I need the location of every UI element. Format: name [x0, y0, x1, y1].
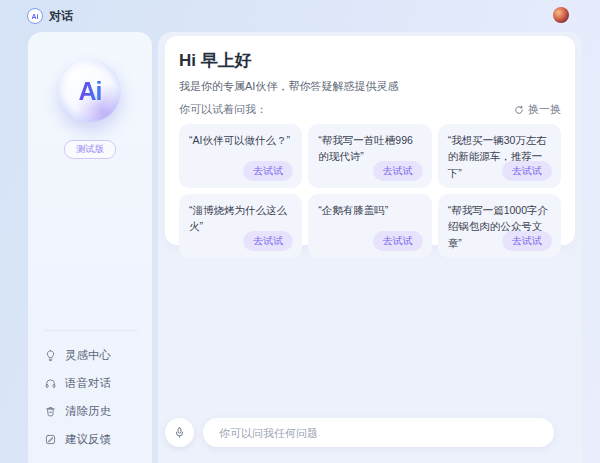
sidebar-item-label: 建议反馈: [65, 432, 111, 447]
user-avatar[interactable]: [553, 7, 569, 23]
try-button[interactable]: 去试试: [243, 231, 293, 251]
sidebar-item-feedback[interactable]: 建议反馈: [44, 425, 152, 453]
suggestion-card[interactable]: “淄博烧烤为什么这么火” 去试试: [179, 194, 302, 258]
microphone-icon: [173, 426, 186, 439]
input-row: [165, 418, 554, 447]
suggestion-text: “AI伙伴可以做什么？”: [189, 132, 292, 148]
try-button[interactable]: 去试试: [502, 231, 552, 251]
try-button[interactable]: 去试试: [243, 161, 293, 181]
suggestion-card[interactable]: “AI伙伴可以做什么？” 去试试: [179, 124, 302, 188]
suggestion-card[interactable]: “帮我写一首吐槽996的现代诗” 去试试: [308, 124, 431, 188]
trash-icon: [44, 405, 57, 418]
refresh-label: 换一换: [528, 102, 561, 117]
main-panel: Hi 早上好 我是你的专属AI伙伴，帮你答疑解惑提供灵感 你可以试着问我： 换一…: [158, 32, 582, 463]
refresh-icon: [514, 105, 524, 115]
suggestion-card[interactable]: “我想买一辆30万左右的新能源车，推荐一下” 去试试: [438, 124, 561, 188]
suggestion-grid: “AI伙伴可以做什么？” 去试试 “帮我写一首吐槽996的现代诗” 去试试 “我…: [179, 124, 561, 258]
mic-button[interactable]: [165, 418, 194, 447]
suggestion-card[interactable]: “帮我写一篇1000字介绍锅包肉的公众号文章” 去试试: [438, 194, 561, 258]
beta-badge: 测试版: [64, 140, 117, 159]
app-title: 对话: [49, 8, 73, 25]
suggestion-text: “帮我写一首吐槽996的现代诗”: [318, 132, 421, 165]
sidebar-divider: [44, 330, 138, 331]
feedback-icon: [44, 433, 57, 446]
ai-logo-text: Ai: [79, 77, 102, 106]
lightbulb-icon: [44, 349, 57, 362]
ai-logo-sphere: Ai: [59, 60, 121, 122]
sidebar-item-inspiration-center[interactable]: 灵感中心: [44, 341, 152, 369]
sidebar-item-label: 语音对话: [65, 376, 111, 391]
suggestions-hint: 你可以试着问我：: [179, 102, 267, 117]
suggestion-card[interactable]: “企鹅有膝盖吗” 去试试: [308, 194, 431, 258]
try-button[interactable]: 去试试: [373, 231, 423, 251]
greeting-title: Hi 早上好: [179, 49, 561, 72]
message-input[interactable]: [203, 418, 554, 447]
top-bar: Ai 对话: [0, 0, 600, 32]
refresh-button[interactable]: 换一换: [514, 102, 561, 117]
app-logo-icon: Ai: [27, 8, 43, 24]
sidebar-item-voice-chat[interactable]: 语音对话: [44, 369, 152, 397]
sidebar-menu: 灵感中心 语音对话 清除历史 建议反馈: [28, 320, 152, 463]
sidebar: Ai 测试版 灵感中心 语音对话: [28, 32, 152, 463]
suggestion-text: “淄博烧烤为什么这么火”: [189, 202, 292, 235]
welcome-card: Hi 早上好 我是你的专属AI伙伴，帮你答疑解惑提供灵感 你可以试着问我： 换一…: [165, 36, 575, 245]
sidebar-item-label: 清除历史: [65, 404, 111, 419]
suggestion-text: “企鹅有膝盖吗”: [318, 202, 421, 218]
headphones-icon: [44, 377, 57, 390]
sidebar-item-label: 灵感中心: [65, 348, 111, 363]
try-button[interactable]: 去试试: [502, 161, 552, 181]
sidebar-item-clear-history[interactable]: 清除历史: [44, 397, 152, 425]
try-button[interactable]: 去试试: [373, 161, 423, 181]
greeting-subtitle: 我是你的专属AI伙伴，帮你答疑解惑提供灵感: [179, 79, 561, 94]
